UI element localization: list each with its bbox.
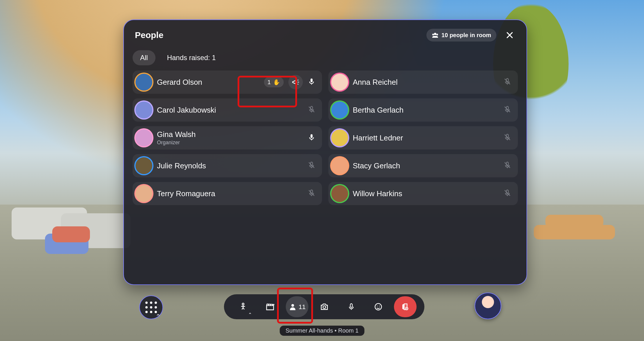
people-cluster-icon (432, 32, 439, 39)
avatar (331, 157, 348, 174)
mic-button[interactable] (340, 296, 363, 317)
avatar (331, 129, 348, 146)
participant-name: Gina Walsh (157, 130, 303, 139)
bench (545, 215, 603, 228)
people-panel: People 10 people in room All Hands raise… (123, 19, 527, 285)
participant-name: Anna Reichel (353, 78, 499, 87)
participant-row[interactable]: Stacy Gerlach (328, 154, 518, 177)
participant-row[interactable]: Anna Reichel (328, 71, 518, 94)
room-count-badge[interactable]: 10 people in room (426, 29, 496, 42)
hand-raised-icon: ✋ (273, 79, 280, 86)
people-filter-tabs: All Hands raised: 1 (124, 45, 527, 69)
participant-row[interactable]: Bertha Gerlach (328, 98, 518, 122)
hand-order-label: 1 (267, 79, 271, 86)
microphone-icon (307, 133, 316, 141)
camera-icon (320, 302, 329, 311)
microphone-muted-icon (503, 105, 511, 113)
participant-row[interactable]: Julie Reynolds (133, 154, 322, 177)
participant-name: Willow Harkins (353, 189, 499, 198)
person-icon (289, 303, 297, 311)
mic-status (307, 105, 316, 115)
mic-status (307, 161, 316, 170)
microphone-muted-icon (307, 105, 316, 113)
participant-name: Julie Reynolds (157, 161, 303, 170)
participant-row[interactable]: Willow Harkins (328, 182, 518, 205)
participant-name: Gerard Olson (157, 78, 259, 87)
avatar (135, 102, 152, 118)
participant-row[interactable]: Carol Jakubowski (133, 98, 322, 122)
avatar (331, 185, 348, 202)
megaphone-button[interactable] (288, 75, 303, 89)
tab-all[interactable]: All (133, 50, 155, 65)
svg-rect-16 (350, 304, 352, 308)
mic-status (503, 189, 511, 198)
microphone-icon (347, 303, 355, 311)
reactions-button[interactable] (367, 296, 390, 317)
main-toolbar: 11 (224, 294, 424, 319)
mic-status (503, 161, 511, 170)
self-avatar-button[interactable] (475, 293, 501, 319)
leave-button[interactable] (394, 296, 417, 317)
microphone-muted-icon (503, 77, 511, 86)
participant-row[interactable]: Gerard Olson 1✋ (133, 71, 322, 94)
participant-name: Bertha Gerlach (353, 106, 499, 115)
microphone-muted-icon (503, 161, 511, 169)
svg-point-13 (242, 303, 244, 305)
svg-rect-7 (311, 134, 313, 138)
clapper-button[interactable] (259, 296, 281, 317)
participant-name: Terry Romaguera (157, 189, 303, 198)
microphone-muted-icon (307, 161, 316, 169)
grid-icon (145, 302, 157, 313)
svg-rect-3 (311, 79, 313, 82)
participant-name: Stacy Gerlach (353, 161, 499, 170)
smile-icon (374, 302, 383, 311)
mic-status (503, 105, 511, 115)
mic-status (503, 133, 511, 142)
camera-button[interactable] (313, 296, 336, 317)
avatar-pose-button[interactable] (232, 296, 254, 317)
mic-status (307, 133, 316, 142)
app-grid-button[interactable] (139, 295, 163, 319)
svg-point-0 (434, 33, 436, 35)
avatar-pose-icon (238, 302, 248, 311)
svg-point-2 (436, 34, 438, 35)
people-button[interactable]: 11 (286, 296, 308, 317)
microphone-muted-icon (503, 133, 511, 141)
svg-point-15 (323, 306, 325, 308)
mic-status (503, 77, 511, 87)
avatar (135, 129, 152, 146)
hand-raised-badge[interactable]: 1✋ (264, 77, 284, 87)
megaphone-icon (292, 78, 300, 86)
chevron-up-icon (248, 312, 252, 315)
people-count-label: 11 (299, 303, 305, 311)
tab-hands-raised[interactable]: Hands raised: 1 (160, 50, 223, 65)
panel-title: People (135, 30, 163, 40)
people-grid: Gerard Olson 1✋ Anna Reichel Carol Jakub… (124, 69, 527, 214)
svg-point-18 (377, 306, 378, 306)
participant-row[interactable]: Terry Romaguera (133, 182, 322, 205)
clapper-icon (265, 302, 275, 311)
room-caption: Summer All-hands • Room 1 (280, 326, 364, 336)
mic-status (307, 189, 316, 198)
svg-point-14 (291, 304, 294, 307)
svg-point-17 (375, 304, 382, 310)
svg-point-19 (379, 306, 380, 306)
microphone-icon (307, 77, 316, 86)
avatar (331, 74, 348, 91)
avatar (135, 157, 152, 174)
leave-door-icon (401, 302, 410, 311)
chevron-up-icon (156, 313, 160, 317)
svg-point-1 (432, 34, 434, 35)
mic-status (307, 77, 316, 87)
avatar (135, 74, 152, 91)
avatar (331, 102, 348, 118)
participant-row[interactable]: Gina Walsh Organizer (133, 126, 322, 149)
participant-name: Carol Jakubowski (157, 106, 303, 115)
microphone-muted-icon (503, 189, 511, 197)
participant-row[interactable]: Harriett Ledner (328, 126, 518, 149)
close-icon (505, 31, 514, 39)
microphone-muted-icon (307, 189, 316, 197)
close-button[interactable] (504, 29, 515, 41)
cushion (52, 226, 90, 242)
participant-role: Organizer (157, 140, 303, 146)
